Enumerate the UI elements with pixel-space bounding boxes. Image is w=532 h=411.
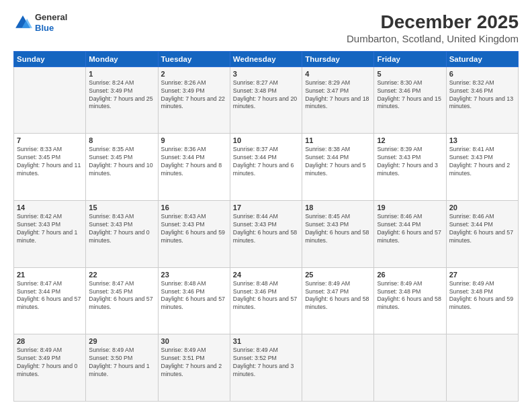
cell-day-number: 15 [89,203,154,212]
calendar-subtitle: Dumbarton, Scotland, United Kingdom [347,33,519,44]
table-row: 3Sunrise: 8:27 AM Sunset: 3:48 PM Daylig… [230,66,302,134]
cell-info: Sunrise: 8:49 AM Sunset: 3:48 PM Dayligh… [449,280,515,312]
table-row: 7Sunrise: 8:33 AM Sunset: 3:45 PM Daylig… [14,134,86,201]
table-row: 27Sunrise: 8:49 AM Sunset: 3:48 PM Dayli… [446,267,518,334]
cell-info: Sunrise: 8:41 AM Sunset: 3:43 PM Dayligh… [449,146,515,178]
cell-info: Sunrise: 8:26 AM Sunset: 3:49 PM Dayligh… [161,79,227,111]
table-row: 4Sunrise: 8:29 AM Sunset: 3:47 PM Daylig… [302,66,374,134]
cell-day-number: 6 [449,70,515,78]
cell-day-number: 31 [233,337,299,345]
cell-info: Sunrise: 8:43 AM Sunset: 3:43 PM Dayligh… [161,213,227,245]
cell-day-number: 16 [161,203,227,212]
table-row: 21Sunrise: 8:47 AM Sunset: 3:44 PM Dayli… [14,267,86,334]
calendar-table: Sunday Monday Tuesday Wednesday Thursday… [13,51,519,402]
logo-general: General [35,12,67,22]
cell-info: Sunrise: 8:45 AM Sunset: 3:43 PM Dayligh… [305,213,371,245]
cell-day-number: 23 [161,271,227,279]
header-friday: Friday [374,51,446,66]
header: General Blue December 2025 Dumbarton, Sc… [13,12,519,44]
table-row: 1Sunrise: 8:24 AM Sunset: 3:49 PM Daylig… [86,66,158,134]
cell-info: Sunrise: 8:37 AM Sunset: 3:44 PM Dayligh… [233,146,299,178]
cell-day-number: 24 [233,271,299,279]
cell-info: Sunrise: 8:43 AM Sunset: 3:43 PM Dayligh… [89,213,154,245]
table-row: 30Sunrise: 8:49 AM Sunset: 3:51 PM Dayli… [158,334,230,402]
cell-day-number: 12 [377,136,443,144]
cell-info: Sunrise: 8:44 AM Sunset: 3:43 PM Dayligh… [233,213,299,245]
cell-day-number: 9 [161,136,227,144]
table-row: 9Sunrise: 8:36 AM Sunset: 3:44 PM Daylig… [158,134,230,201]
header-tuesday: Tuesday [158,51,230,66]
table-row: 16Sunrise: 8:43 AM Sunset: 3:43 PM Dayli… [158,201,230,268]
cell-info: Sunrise: 8:24 AM Sunset: 3:49 PM Dayligh… [89,79,154,111]
cell-day-number: 30 [161,337,227,345]
table-row: 6Sunrise: 8:32 AM Sunset: 3:46 PM Daylig… [446,66,518,134]
calendar-row: 7Sunrise: 8:33 AM Sunset: 3:45 PM Daylig… [14,134,519,201]
cell-info: Sunrise: 8:49 AM Sunset: 3:48 PM Dayligh… [377,280,443,312]
cell-day-number: 14 [17,203,83,212]
cell-info: Sunrise: 8:36 AM Sunset: 3:44 PM Dayligh… [161,146,227,178]
table-row: 18Sunrise: 8:45 AM Sunset: 3:43 PM Dayli… [302,201,374,268]
cell-info: Sunrise: 8:49 AM Sunset: 3:49 PM Dayligh… [17,347,83,379]
cell-day-number: 10 [233,136,299,144]
calendar-header-row: Sunday Monday Tuesday Wednesday Thursday… [14,51,519,66]
logo-text: General Blue [35,12,67,33]
cell-info: Sunrise: 8:46 AM Sunset: 3:44 PM Dayligh… [449,213,515,245]
cell-day-number: 29 [89,337,154,345]
cell-info: Sunrise: 8:49 AM Sunset: 3:51 PM Dayligh… [161,347,227,379]
table-row: 26Sunrise: 8:49 AM Sunset: 3:48 PM Dayli… [374,267,446,334]
cell-info: Sunrise: 8:42 AM Sunset: 3:43 PM Dayligh… [17,213,83,245]
table-row [446,334,518,402]
cell-info: Sunrise: 8:29 AM Sunset: 3:47 PM Dayligh… [305,79,371,111]
cell-day-number: 13 [449,136,515,144]
page: General Blue December 2025 Dumbarton, Sc… [0,0,532,411]
table-row: 10Sunrise: 8:37 AM Sunset: 3:44 PM Dayli… [230,134,302,201]
cell-day-number: 2 [161,70,227,78]
cell-day-number: 4 [305,70,371,78]
calendar-row: 1Sunrise: 8:24 AM Sunset: 3:49 PM Daylig… [14,66,519,134]
table-row: 25Sunrise: 8:49 AM Sunset: 3:47 PM Dayli… [302,267,374,334]
cell-info: Sunrise: 8:46 AM Sunset: 3:44 PM Dayligh… [377,213,443,245]
table-row: 17Sunrise: 8:44 AM Sunset: 3:43 PM Dayli… [230,201,302,268]
cell-info: Sunrise: 8:49 AM Sunset: 3:52 PM Dayligh… [233,347,299,379]
cell-day-number: 1 [89,70,154,78]
cell-day-number: 11 [305,136,371,144]
cell-day-number: 27 [449,271,515,279]
cell-day-number: 21 [17,271,83,279]
calendar-row: 14Sunrise: 8:42 AM Sunset: 3:43 PM Dayli… [14,201,519,268]
cell-day-number: 25 [305,271,371,279]
cell-day-number: 19 [377,203,443,212]
cell-day-number: 7 [17,136,83,144]
table-row: 31Sunrise: 8:49 AM Sunset: 3:52 PM Dayli… [230,334,302,402]
cell-info: Sunrise: 8:35 AM Sunset: 3:45 PM Dayligh… [89,146,154,178]
header-saturday: Saturday [446,51,518,66]
cell-info: Sunrise: 8:27 AM Sunset: 3:48 PM Dayligh… [233,79,299,111]
cell-day-number: 17 [233,203,299,212]
table-row: 8Sunrise: 8:35 AM Sunset: 3:45 PM Daylig… [86,134,158,201]
table-row: 24Sunrise: 8:48 AM Sunset: 3:46 PM Dayli… [230,267,302,334]
table-row: 14Sunrise: 8:42 AM Sunset: 3:43 PM Dayli… [14,201,86,268]
cell-info: Sunrise: 8:39 AM Sunset: 3:43 PM Dayligh… [377,146,443,178]
table-row: 28Sunrise: 8:49 AM Sunset: 3:49 PM Dayli… [14,334,86,402]
header-wednesday: Wednesday [230,51,302,66]
calendar-row: 28Sunrise: 8:49 AM Sunset: 3:49 PM Dayli… [14,334,519,402]
table-row: 23Sunrise: 8:48 AM Sunset: 3:46 PM Dayli… [158,267,230,334]
cell-info: Sunrise: 8:49 AM Sunset: 3:50 PM Dayligh… [89,347,154,379]
header-thursday: Thursday [302,51,374,66]
title-area: December 2025 Dumbarton, Scotland, Unite… [347,12,519,44]
header-monday: Monday [86,51,158,66]
cell-day-number: 5 [377,70,443,78]
logo: General Blue [13,12,67,33]
table-row: 22Sunrise: 8:47 AM Sunset: 3:45 PM Dayli… [86,267,158,334]
cell-day-number: 22 [89,271,154,279]
table-row: 20Sunrise: 8:46 AM Sunset: 3:44 PM Dayli… [446,201,518,268]
cell-day-number: 20 [449,203,515,212]
cell-info: Sunrise: 8:47 AM Sunset: 3:44 PM Dayligh… [17,280,83,312]
cell-info: Sunrise: 8:47 AM Sunset: 3:45 PM Dayligh… [89,280,154,312]
table-row: 15Sunrise: 8:43 AM Sunset: 3:43 PM Dayli… [86,201,158,268]
table-row [14,66,86,134]
cell-info: Sunrise: 8:48 AM Sunset: 3:46 PM Dayligh… [161,280,227,312]
table-row [302,334,374,402]
calendar-title: December 2025 [347,12,519,33]
cell-info: Sunrise: 8:38 AM Sunset: 3:44 PM Dayligh… [305,146,371,178]
cell-day-number: 18 [305,203,371,212]
